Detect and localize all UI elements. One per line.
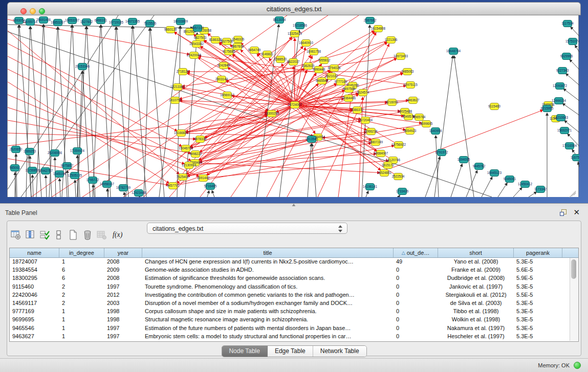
citation-edge-black[interactable] [108, 27, 116, 197]
citation-edge-black[interactable] [126, 26, 133, 197]
citation-edge-black[interactable] [578, 162, 579, 174]
citation-edge-red[interactable] [8, 133, 195, 139]
network-node-teal[interactable]: 17016504 [562, 143, 577, 149]
network-node-yellow[interactable]: 1691442 [197, 175, 210, 182]
table-row[interactable]: 946554611997Estimation of the future num… [10, 324, 578, 333]
network-node-teal[interactable]: 1589253 [24, 148, 36, 155]
memory-status-icon[interactable] [574, 362, 581, 369]
network-node-teal[interactable]: 1173342 [534, 186, 547, 193]
network-node-teal[interactable]: 10958167 [100, 181, 115, 188]
columns-icon[interactable] [53, 229, 64, 240]
citation-edge-red[interactable] [8, 69, 191, 161]
network-node-teal[interactable]: 9245061 [504, 176, 516, 183]
network-node-yellow[interactable]: 7386372 [351, 107, 364, 114]
network-node-teal[interactable]: 14671355 [125, 18, 140, 25]
network-node-teal[interactable]: 9329966 [560, 53, 573, 60]
network-node-teal[interactable]: 12450412 [518, 181, 533, 188]
network-node-yellow[interactable]: 2522534 [392, 173, 405, 180]
network-node-yellow[interactable]: 12975115 [403, 82, 418, 89]
citation-edge-red[interactable] [177, 105, 295, 183]
network-node-yellow[interactable]: 9654923 [404, 128, 417, 135]
citation-edge-black[interactable] [498, 183, 507, 197]
network-node-teal[interactable]: 19218586 [293, 23, 308, 29]
column-header-short[interactable]: short [438, 248, 514, 257]
network-node-yellow[interactable]: 8822037 [287, 59, 300, 65]
table-row[interactable]: 2242004622012Investigating the contribut… [10, 291, 578, 299]
network-node-yellow[interactable]: 3624574 [357, 90, 369, 96]
network-node-yellow[interactable]: 14569117 [220, 92, 234, 99]
citation-edge-black[interactable] [59, 179, 60, 197]
citation-edge-black[interactable] [75, 180, 76, 197]
delete-column-icon[interactable] [82, 229, 93, 240]
table-row[interactable]: 1872400712008Changes of HCN gene express… [10, 258, 578, 266]
show-column-icon[interactable] [25, 229, 36, 240]
network-node-yellow[interactable]: 9463627 [407, 97, 420, 104]
citation-edge-red[interactable] [8, 56, 182, 146]
float-panel-icon[interactable] [560, 209, 567, 216]
table-row[interactable]: 1938455462009Genome-wide association stu… [10, 266, 578, 274]
network-node-yellow[interactable]: 15046766 [179, 145, 193, 152]
network-node-yellow[interactable]: 6497568 [343, 86, 356, 93]
network-node-yellow[interactable]: 1810755 [169, 97, 182, 104]
network-node-teal[interactable]: 6791972 [435, 149, 448, 156]
network-node-yellow[interactable]: 1221396 [385, 37, 398, 43]
network-node-yellow[interactable]: 18807249 [368, 139, 383, 146]
network-node-teal[interactable]: 9445782 [473, 163, 486, 170]
network-node-teal[interactable]: 17359924 [70, 148, 85, 155]
network-node-teal[interactable]: 985061 [9, 165, 20, 171]
citation-edge-black[interactable] [279, 30, 299, 197]
network-node-yellow[interactable]: 9115460 [488, 103, 501, 110]
network-node-teal[interactable]: 16648784 [446, 48, 461, 55]
network-node-teal[interactable]: 1795722 [86, 177, 99, 184]
network-node-yellow[interactable]: 9777169 [335, 79, 347, 85]
citation-edge-black[interactable] [529, 192, 536, 197]
citation-edge-red[interactable] [204, 105, 295, 138]
citation-edge-black[interactable] [571, 27, 579, 38]
scrollbar-thumb[interactable] [571, 259, 576, 279]
citation-edge-black[interactable] [466, 170, 477, 197]
citation-edge-black[interactable] [451, 164, 462, 197]
table-mode-icon[interactable] [10, 229, 21, 240]
citation-edge-red[interactable] [187, 73, 295, 105]
citation-edge-red[interactable] [199, 56, 410, 85]
citation-edge-black[interactable] [575, 46, 579, 55]
network-node-yellow[interactable]: 7955812 [318, 57, 331, 64]
citation-edge-black[interactable] [32, 175, 33, 197]
tab-node-table[interactable]: Node Table [222, 346, 268, 357]
citation-edge-red[interactable] [231, 64, 321, 197]
network-node-teal[interactable]: 15751074 [565, 38, 579, 45]
network-node-teal[interactable]: 12093872 [553, 83, 568, 90]
network-node-yellow[interactable]: 9990448 [313, 67, 325, 73]
citation-edge-black[interactable] [312, 144, 316, 197]
resize-grip-icon[interactable] [569, 188, 577, 196]
network-node-teal[interactable]: 1513545 [306, 136, 318, 143]
network-window-titlebar[interactable]: citations_edges.txt [7, 2, 581, 15]
network-node-yellow[interactable]: 19756922 [391, 142, 406, 148]
citation-edge-black[interactable] [435, 136, 439, 197]
network-node-teal[interactable]: 14055714 [23, 19, 38, 26]
network-node-teal[interactable]: 15692971 [557, 127, 572, 134]
column-header-title[interactable]: title [142, 248, 394, 257]
network-node-yellow[interactable]: 7485063 [401, 69, 414, 75]
network-node-yellow[interactable]: 12130919 [182, 162, 197, 169]
column-header-year[interactable]: year [104, 248, 142, 257]
network-node-teal[interactable]: 1167534 [571, 155, 579, 161]
network-node-yellow[interactable]: 2867608 [231, 43, 244, 50]
network-node-teal[interactable]: 16033809 [173, 18, 188, 25]
citation-edge-red[interactable] [8, 19, 189, 54]
citation-edge-black[interactable] [566, 74, 579, 87]
citation-edge-black[interactable] [133, 26, 146, 197]
network-node-yellow[interactable]: 16640910 [299, 40, 314, 47]
citation-edge-black[interactable] [366, 191, 368, 197]
table-selector-dropdown[interactable]: citations_edges.txt [147, 223, 347, 234]
citation-edge-black[interactable] [93, 185, 94, 197]
network-node-yellow[interactable]: 9827503 [194, 35, 207, 41]
network-node-yellow[interactable]: 13325419 [288, 31, 302, 37]
network-node-teal[interactable]: 1640954 [429, 128, 442, 135]
citation-edge-black[interactable] [93, 25, 101, 197]
network-node-teal[interactable]: 16782759 [116, 185, 131, 191]
citation-edge-black[interactable] [207, 191, 209, 197]
network-node-teal[interactable]: 16945123 [487, 170, 502, 177]
network-node-teal[interactable]: 20691406 [36, 17, 51, 24]
select-rows-icon[interactable] [39, 229, 50, 240]
